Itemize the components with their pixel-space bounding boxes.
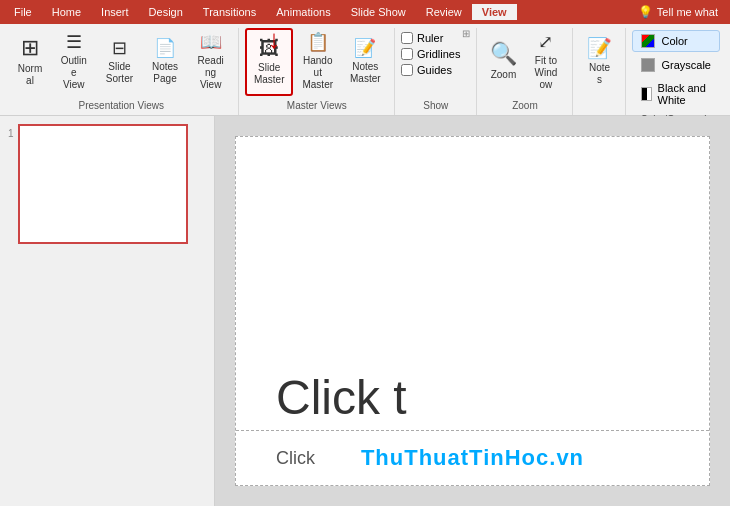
menu-design[interactable]: Design (139, 4, 193, 20)
menu-insert[interactable]: Insert (91, 4, 139, 20)
color-option-bw[interactable]: Black and White (632, 78, 720, 110)
menu-file[interactable]: File (4, 4, 42, 20)
zoom-icon: 🔍 (490, 43, 517, 65)
notes-button[interactable]: 📝 Notes (579, 28, 619, 96)
zoom-group-content: 🔍 Zoom ⤢ Fit to Window (483, 28, 566, 98)
color-option-color[interactable]: Color (632, 30, 720, 52)
ruler-label: Ruler (417, 32, 443, 44)
color-option-grayscale[interactable]: Grayscale (632, 54, 720, 76)
slide-master-button[interactable]: 🖼 Slide Master (245, 28, 293, 96)
slide-title: Click t (276, 370, 407, 425)
menu-animations[interactable]: Animations (266, 4, 340, 20)
presentation-views-label: Presentation Views (10, 98, 232, 115)
notes-master-label: Notes Master (350, 61, 382, 85)
notes-page-button[interactable]: 📄 Notes Page (143, 28, 187, 96)
slide-sorter-button[interactable]: ⊟ Slide Sorter (98, 28, 142, 96)
bw-option-label: Black and White (658, 82, 711, 106)
master-views-group: ↓ 🖼 Slide Master 📋 Handout Master 📝 Note… (239, 28, 395, 115)
menu-bar: File Home Insert Design Transitions Anim… (0, 0, 730, 24)
guides-input[interactable] (401, 64, 413, 76)
fit-to-window-icon: ⤢ (538, 33, 553, 51)
normal-label: Normal (17, 63, 43, 87)
slide-number: 1 (8, 128, 14, 139)
color-grayscale-group: Color Grayscale Black and White Color/Gr… (626, 28, 726, 115)
menu-review[interactable]: Review (416, 4, 472, 20)
lightbulb-icon: 💡 (638, 5, 653, 19)
slide-master-label: Slide Master (253, 62, 285, 86)
notes-group-content: 📝 Notes (579, 28, 619, 98)
slide-sorter-label: Slide Sorter (105, 61, 135, 85)
slide-content: Click t Click ThuThuatTinHoc.vn (235, 136, 710, 486)
ruler-checkbox[interactable]: Ruler (401, 32, 460, 44)
color-options: Color Grayscale Black and White (632, 28, 720, 112)
menu-view[interactable]: View (472, 4, 517, 20)
color-swatch-color (641, 34, 655, 48)
notes-group-label (579, 98, 619, 115)
fit-to-window-button[interactable]: ⤢ Fit to Window (525, 28, 566, 96)
slide-sorter-icon: ⊟ (112, 39, 127, 57)
guides-label: Guides (417, 64, 452, 76)
show-group: Ruler Gridlines Guides ⊞ Show (395, 28, 477, 115)
gridlines-checkbox[interactable]: Gridlines (401, 48, 460, 60)
color-grayscale-content: Color Grayscale Black and White (632, 28, 720, 112)
notes-page-icon: 📄 (154, 39, 176, 57)
menu-transitions[interactable]: Transitions (193, 4, 266, 20)
outline-view-button[interactable]: ☰ Outline View (52, 28, 96, 96)
slide-thumb-container: 1 (8, 124, 206, 244)
slide-master-icon: 🖼 (259, 38, 279, 58)
slide-thumbnail[interactable] (18, 124, 188, 244)
grayscale-option-label: Grayscale (661, 59, 711, 71)
menu-home[interactable]: Home (42, 4, 91, 20)
color-swatch-grayscale (641, 58, 655, 72)
outline-label: Outline View (59, 55, 89, 91)
zoom-group-label: Zoom (483, 98, 566, 115)
presentation-views-content: ⊞ Normal ☰ Outline View ⊟ Slide Sorter 📄… (10, 28, 232, 98)
reading-view-label: Reading View (196, 55, 226, 91)
gridlines-label: Gridlines (417, 48, 460, 60)
show-group-content: Ruler Gridlines Guides ⊞ (401, 28, 470, 98)
outline-icon: ☰ (66, 33, 82, 51)
show-expand-icon[interactable]: ⊞ (462, 28, 470, 39)
ruler-input[interactable] (401, 32, 413, 44)
handout-master-button[interactable]: 📋 Handout Master (295, 28, 341, 96)
show-checkboxes: Ruler Gridlines Guides (401, 28, 460, 80)
master-views-content: 🖼 Slide Master 📋 Handout Master 📝 Notes … (245, 28, 388, 98)
reading-view-icon: 📖 (200, 33, 222, 51)
gridlines-input[interactable] (401, 48, 413, 60)
main-content: 1 Click t Click ThuThuatTinHoc.vn (0, 116, 730, 506)
menu-slideshow[interactable]: Slide Show (341, 4, 416, 20)
tell-me-text: Tell me what (657, 6, 718, 18)
presentation-views-group: ⊞ Normal ☰ Outline View ⊟ Slide Sorter 📄… (4, 28, 239, 115)
master-views-label: Master Views (245, 98, 388, 115)
normal-button[interactable]: ⊞ Normal (10, 28, 50, 96)
handout-master-icon: 📋 (307, 33, 329, 51)
notes-master-button[interactable]: 📝 Notes Master (343, 28, 389, 96)
slide-panel: 1 (0, 116, 215, 506)
watermark: ThuThuatTinHoc.vn (236, 445, 709, 471)
handout-master-label: Handout Master (302, 55, 334, 91)
notes-icon: 📝 (587, 38, 612, 58)
guides-checkbox[interactable]: Guides (401, 64, 460, 76)
color-option-label: Color (661, 35, 687, 47)
notes-page-label: Notes Page (150, 61, 180, 85)
reading-view-button[interactable]: 📖 Reading View (189, 28, 233, 96)
show-group-label: Show (401, 98, 470, 115)
zoom-group: 🔍 Zoom ⤢ Fit to Window Zoom (477, 28, 573, 115)
menu-items: Home Insert Design Transitions Animation… (42, 4, 517, 20)
zoom-label: Zoom (491, 69, 517, 81)
color-swatch-bw (641, 87, 651, 101)
normal-icon: ⊞ (21, 37, 39, 59)
zoom-button[interactable]: 🔍 Zoom (483, 28, 523, 96)
tell-me-box[interactable]: 💡 Tell me what (630, 5, 726, 19)
slide-view: Click t Click ThuThuatTinHoc.vn (215, 116, 730, 506)
notes-master-icon: 📝 (354, 39, 376, 57)
ribbon: ⊞ Normal ☰ Outline View ⊟ Slide Sorter 📄… (0, 24, 730, 116)
notes-group: 📝 Notes (573, 28, 626, 115)
fit-to-window-label: Fit to Window (532, 55, 559, 91)
notes-label: Notes (586, 62, 612, 86)
